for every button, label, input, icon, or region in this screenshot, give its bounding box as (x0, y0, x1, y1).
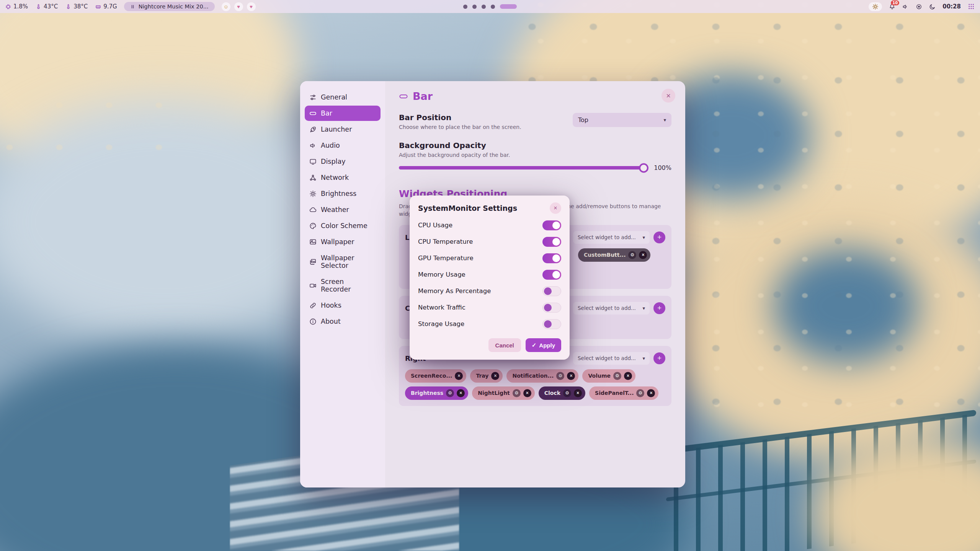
record-button[interactable] (916, 3, 922, 10)
volume-button[interactable] (902, 3, 909, 10)
workspace-4[interactable] (491, 5, 495, 9)
sidebar-item-wallpaper[interactable]: Wallpaper (305, 234, 381, 249)
sidebar-item-weather[interactable]: Weather (305, 202, 381, 217)
heart-button[interactable]: ♥ (247, 2, 256, 11)
widget-chip-clock[interactable]: Clock⚙× (539, 386, 585, 400)
widget-remove-button[interactable]: × (624, 372, 632, 380)
widget-chip-notification[interactable]: Notification...⚙× (506, 369, 578, 383)
widget-settings-button[interactable]: ⚙ (613, 372, 621, 380)
memory-as-percentage-toggle[interactable] (542, 286, 561, 296)
widget-chip-custombutt[interactable]: CustomButt...⚙× (578, 248, 650, 262)
heart-icon: ♥ (237, 4, 240, 10)
add-widget-button[interactable]: + (653, 352, 665, 364)
widget-remove-button[interactable]: × (647, 389, 655, 397)
workspace-indicator (463, 4, 517, 9)
system-stat[interactable]: 9.7G (95, 3, 117, 10)
media-player-widget[interactable]: Nightcore Music Mix 20... (124, 2, 215, 11)
widget-settings-button[interactable]: ⚙ (446, 389, 454, 397)
widget-settings-button[interactable]: ⚙ (636, 389, 644, 397)
add-widget-dropdown[interactable]: Select widget to add... ▾ (573, 352, 650, 365)
close-icon: × (459, 391, 462, 395)
sidebar-item-display[interactable]: Display (305, 154, 381, 169)
widget-chip-sidepanelt[interactable]: SidePanelT...⚙× (589, 386, 658, 400)
apply-button[interactable]: ✓ Apply (526, 338, 561, 352)
widget-chip-brightness[interactable]: Brightness⚙× (405, 386, 468, 400)
sidebar-item-label: Audio (321, 142, 340, 149)
clock[interactable]: 00:28 (942, 3, 961, 10)
sidebar-item-wallpaper-selector[interactable]: Wallpaper Selector (305, 250, 381, 273)
sidebar-item-hooks[interactable]: Hooks (305, 298, 381, 313)
gpu-thermometer-icon (65, 4, 71, 10)
sidebar-item-launcher[interactable]: Launcher (305, 122, 381, 137)
widget-remove-button[interactable]: × (457, 389, 465, 397)
cpu-usage-toggle[interactable] (542, 220, 561, 230)
workspace-1[interactable] (463, 5, 467, 9)
bar-position-dropdown[interactable]: Top ▾ (573, 113, 671, 127)
system-stat[interactable]: 43°C (36, 3, 58, 10)
add-widget-dropdown[interactable]: Select widget to add... ▾ (573, 302, 650, 315)
widget-remove-button[interactable]: × (491, 372, 499, 380)
sidebar-item-screen-recorder[interactable]: Screen Recorder (305, 274, 381, 297)
add-widget-dropdown[interactable]: Select widget to add... ▾ (573, 231, 650, 244)
system-stat[interactable]: 38°C (65, 3, 88, 10)
add-widget-button[interactable]: + (653, 302, 665, 314)
cpu-temperature-toggle[interactable] (542, 237, 561, 247)
toggle-knob (552, 238, 560, 246)
widget-chip-nightlight[interactable]: NightLight⚙× (472, 386, 535, 400)
add-widget-button[interactable]: + (653, 231, 665, 243)
smiley-button[interactable]: ☺ (222, 2, 230, 11)
sidebar-item-about[interactable]: About (305, 314, 381, 329)
sun-button[interactable] (869, 2, 882, 11)
storage-usage-toggle[interactable] (542, 319, 561, 329)
sidebar-item-network[interactable]: Network (305, 170, 381, 185)
sidebar-item-bar[interactable]: Bar (305, 106, 381, 121)
workspace-2[interactable] (472, 5, 477, 9)
memory-usage-toggle[interactable] (542, 270, 561, 280)
add-widget-placeholder: Select widget to add... (578, 234, 636, 240)
widget-settings-button[interactable]: ⚙ (563, 389, 571, 397)
close-icon: × (570, 373, 572, 378)
widget-remove-button[interactable]: × (639, 251, 647, 259)
slider-handle[interactable] (639, 163, 648, 173)
app-launcher-button[interactable] (968, 3, 975, 10)
widget-remove-button[interactable]: × (574, 389, 582, 397)
sidebar-item-brightness[interactable]: Brightness (305, 186, 381, 201)
toggle-row: Network Traffic (418, 299, 561, 316)
sidebar-item-audio[interactable]: Audio (305, 138, 381, 153)
volume-icon (902, 3, 909, 10)
about-icon (309, 318, 317, 325)
widget-remove-button[interactable]: × (523, 389, 531, 397)
workspace-5[interactable] (500, 4, 517, 9)
widget-remove-button[interactable]: × (455, 372, 463, 380)
heart-button[interactable]: ♥ (234, 2, 243, 11)
gpu-temperature-toggle[interactable] (542, 253, 561, 263)
widget-settings-button[interactable]: ⚙ (556, 372, 564, 380)
toggle-row: Memory As Percentage (418, 283, 561, 299)
system-stat[interactable]: 1.8% (5, 3, 28, 10)
bell-button[interactable]: 10 (889, 3, 895, 10)
toggle-row: Storage Usage (418, 316, 561, 332)
widget-chip-tray[interactable]: Tray× (470, 369, 503, 383)
sidebar-item-general[interactable]: General (305, 90, 381, 105)
settings-sidebar: GeneralBarLauncherAudioDisplayNetworkBri… (300, 81, 385, 487)
close-icon: × (627, 373, 629, 378)
background-opacity-value: 100% (654, 164, 671, 171)
widget-chip-label: Notification... (512, 373, 554, 379)
widget-chip-label: CustomButt... (584, 252, 626, 258)
network-traffic-toggle[interactable] (542, 303, 561, 313)
sidebar-item-color-scheme[interactable]: Color Scheme (305, 218, 381, 233)
widget-remove-button[interactable]: × (567, 372, 575, 380)
cancel-button[interactable]: Cancel (488, 338, 521, 352)
window-close-button[interactable]: × (662, 89, 675, 103)
moon-button[interactable] (929, 3, 936, 10)
widget-chip-screenreco[interactable]: ScreenReco...× (405, 369, 466, 383)
workspace-3[interactable] (482, 5, 486, 9)
dialog-close-button[interactable]: × (550, 202, 561, 214)
widget-settings-button[interactable]: ⚙ (628, 251, 636, 259)
background-opacity-slider[interactable] (399, 166, 648, 170)
widget-chip-label: Brightness (411, 390, 443, 396)
widget-chip-volume[interactable]: Volume⚙× (582, 369, 635, 383)
plus-icon: + (657, 304, 662, 312)
widget-settings-button[interactable]: ⚙ (513, 389, 521, 397)
chevron-down-icon: ▾ (642, 235, 645, 240)
